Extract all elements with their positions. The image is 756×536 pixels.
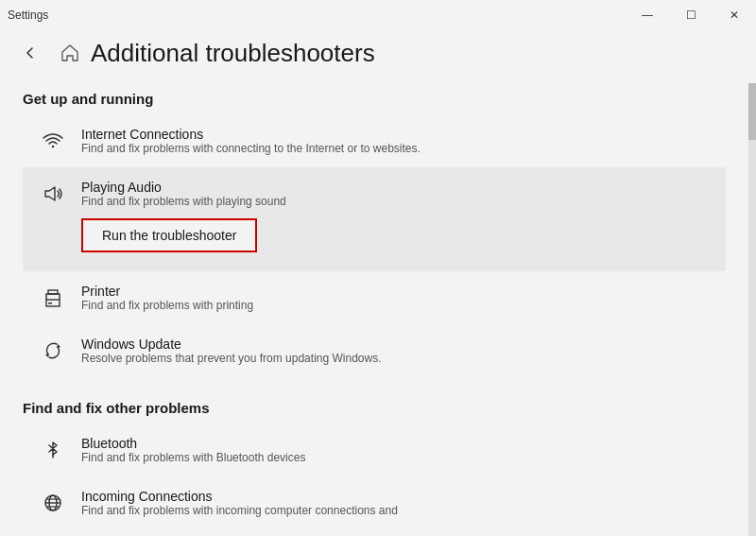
- home-icon: [60, 43, 79, 62]
- titlebar-title: Settings: [8, 9, 48, 22]
- minimize-button[interactable]: —: [626, 0, 669, 30]
- titlebar-left: Settings: [8, 9, 48, 22]
- item-incoming-connections[interactable]: Incoming Connections Find and fix proble…: [23, 476, 726, 529]
- item-text-update: Windows Update Resolve problems that pre…: [81, 337, 382, 365]
- item-name-internet: Internet Connections: [81, 127, 421, 142]
- item-header-update: Windows Update Resolve problems that pre…: [38, 336, 711, 366]
- item-name-update: Windows Update: [81, 337, 382, 352]
- page-title: Additional troubleshooters: [91, 39, 375, 68]
- scrollbar-thumb[interactable]: [748, 83, 756, 140]
- item-name-printer: Printer: [81, 284, 253, 299]
- item-text-internet: Internet Connections Find and fix proble…: [81, 127, 421, 155]
- section-title-get-up-running: Get up and running: [23, 91, 726, 107]
- scrollbar-track[interactable]: [748, 83, 756, 536]
- run-btn-row: Run the troubleshooter: [38, 211, 711, 260]
- item-text-incoming: Incoming Connections Find and fix proble…: [81, 489, 398, 517]
- back-arrow-icon: [25, 47, 36, 59]
- item-playing-audio[interactable]: Playing Audio Find and fix problems with…: [23, 167, 726, 271]
- maximize-button[interactable]: ☐: [669, 0, 713, 30]
- item-desc-printer: Find and fix problems with printing: [81, 299, 253, 312]
- close-button[interactable]: ✕: [713, 0, 756, 30]
- item-printer[interactable]: Printer Find and fix problems with print…: [23, 271, 726, 324]
- audio-icon: [38, 179, 68, 209]
- item-desc-incoming: Find and fix problems with incoming comp…: [81, 504, 398, 517]
- item-desc-update: Resolve problems that prevent you from u…: [81, 352, 382, 365]
- content-wrapper: Get up and running Internet Connections: [0, 83, 748, 536]
- printer-icon: [38, 283, 68, 313]
- item-header-incoming: Incoming Connections Find and fix proble…: [38, 488, 711, 518]
- svg-rect-2: [48, 303, 52, 304]
- item-desc-internet: Find and fix problems with connecting to…: [81, 142, 421, 155]
- item-desc-audio: Find and fix problems with playing sound: [81, 195, 286, 208]
- page-title-row: Additional troubleshooters: [60, 39, 375, 68]
- item-name-incoming: Incoming Connections: [81, 489, 398, 504]
- item-windows-update[interactable]: Windows Update Resolve problems that pre…: [23, 324, 726, 377]
- wifi-icon: [38, 126, 68, 156]
- item-text-audio: Playing Audio Find and fix problems with…: [81, 180, 286, 208]
- run-troubleshooter-button[interactable]: Run the troubleshooter: [81, 218, 257, 252]
- item-header-internet: Internet Connections Find and fix proble…: [38, 126, 711, 156]
- item-text-printer: Printer Find and fix problems with print…: [81, 284, 253, 312]
- item-name-bluetooth: Bluetooth: [81, 436, 305, 451]
- section-title-find-fix: Find and fix other problems: [23, 400, 726, 416]
- content-area: Get up and running Internet Connections: [0, 83, 756, 536]
- item-internet-connections[interactable]: Internet Connections Find and fix proble…: [23, 114, 726, 167]
- item-bluetooth[interactable]: Bluetooth Find and fix problems with Blu…: [23, 424, 726, 476]
- item-text-bluetooth: Bluetooth Find and fix problems with Blu…: [81, 436, 305, 464]
- svg-rect-1: [48, 290, 58, 294]
- item-name-audio: Playing Audio: [81, 180, 286, 195]
- item-desc-bluetooth: Find and fix problems with Bluetooth dev…: [81, 451, 305, 464]
- titlebar: Settings — ☐ ✕: [0, 0, 756, 30]
- update-icon: [38, 336, 68, 366]
- incoming-connections-icon: [38, 488, 68, 518]
- content: Get up and running Internet Connections: [0, 83, 748, 536]
- titlebar-controls: — ☐ ✕: [626, 0, 756, 30]
- item-header-bluetooth: Bluetooth Find and fix problems with Blu…: [38, 435, 711, 465]
- item-header-printer: Printer Find and fix problems with print…: [38, 283, 711, 313]
- back-button[interactable]: [15, 38, 45, 68]
- bluetooth-icon: [38, 435, 68, 465]
- header: Additional troubleshooters: [0, 30, 756, 83]
- item-header-audio: Playing Audio Find and fix problems with…: [38, 179, 711, 209]
